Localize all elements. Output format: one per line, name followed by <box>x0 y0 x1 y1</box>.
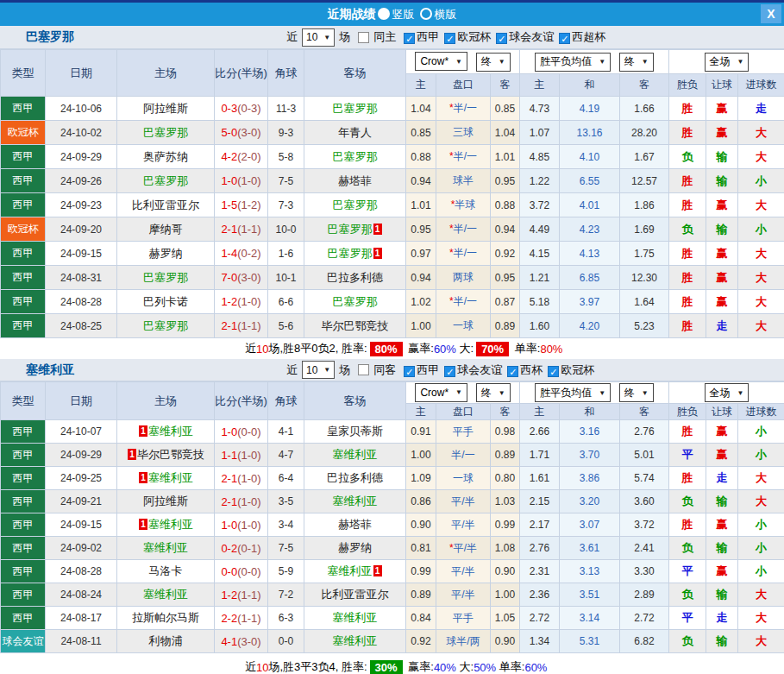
goals-outcome: 小 <box>738 513 784 537</box>
away-team: 塞维利亚 <box>304 630 406 653</box>
team-name-text: 皇家贝蒂斯 <box>327 425 383 438</box>
league-badge: 西甲 <box>1 467 46 490</box>
radio-横版[interactable] <box>420 8 432 20</box>
corners: 11-3 <box>268 97 304 121</box>
league-badge: 西甲 <box>1 560 46 583</box>
avg-home-odds: 4.73 <box>520 97 560 121</box>
league-badge: 西甲 <box>1 420 46 444</box>
handicap-outcome: 输 <box>706 490 738 513</box>
score: 4-2(2-0) <box>215 145 268 169</box>
crow-home-odds: 1.09 <box>406 467 436 490</box>
scope-select[interactable]: 全场▼ <box>705 53 750 72</box>
league-filter-checkbox[interactable]: ✓ <box>548 366 559 377</box>
result-outcome: 胜 <box>669 97 706 121</box>
rate-badge: 30% <box>370 660 403 674</box>
match-count-select[interactable]: 10▼ <box>302 28 335 47</box>
league-filter-label: 球会友谊 <box>509 30 554 43</box>
team-name-text: 塞维利亚 <box>333 494 378 507</box>
table-row: 西甲 24-09-21 阿拉维斯 2-1(1-0) 3-5 塞维利亚 0.86 … <box>1 490 784 513</box>
league-badge: 西甲 <box>1 583 46 607</box>
league-badge: 西甲 <box>1 169 46 193</box>
corners: 4-7 <box>268 444 304 467</box>
team-section-header: 塞维利亚 近 10▼ 场 同客 ✓西甲✓球会友谊✓西杯✓欧冠杯 <box>0 359 784 381</box>
avg-draw-odds: 4.19 <box>560 97 620 121</box>
summary-text: 50% <box>474 661 496 674</box>
chevron-down-icon: ▼ <box>455 388 462 396</box>
handicap-line: 平/半 <box>436 583 491 607</box>
sevilla-rows: 西甲 24-10-07 1塞维利亚 1-0(0-0) 4-1 皇家贝蒂斯 0.9… <box>1 420 784 653</box>
odds-time-select[interactable]: 终▼ <box>476 53 511 72</box>
crow-away-odds: 0.92 <box>491 242 520 266</box>
match-count-select[interactable]: 10▼ <box>302 361 335 379</box>
away-team: 赫罗纳 <box>304 537 406 560</box>
avg-odds-select[interactable]: 胜平负均值▼ <box>535 53 611 72</box>
crow-away-odds: 1.04 <box>491 121 520 145</box>
avg-draw-odds: 3.13 <box>560 560 620 583</box>
match-date: 24-09-02 <box>46 537 117 560</box>
scope-select[interactable]: 全场▼ <box>705 383 750 402</box>
match-date: 24-09-26 <box>46 169 117 193</box>
table-row: 西甲 24-08-24 塞维利亚 1-2(1-1) 7-2 比利亚雷亚尔 0.8… <box>1 583 784 607</box>
team-name: 巴塞罗那 <box>26 29 74 45</box>
crow-odds-select[interactable]: Crow*▼ <box>415 52 467 71</box>
near-label: 近 <box>286 29 298 45</box>
col-away: 客场 <box>304 382 406 420</box>
close-button[interactable]: X <box>761 4 781 23</box>
col-type: 类型 <box>1 50 46 97</box>
avg-time-select[interactable]: 终▼ <box>619 383 654 402</box>
avg-draw-odds: 3.14 <box>560 607 620 630</box>
corners: 7-3 <box>268 193 304 217</box>
league-filter-checkbox[interactable]: ✓ <box>496 33 507 44</box>
avg-away-odds: 5.23 <box>620 314 669 338</box>
same-venue-checkbox[interactable] <box>358 32 369 43</box>
table-row: 西甲 24-09-02 塞维利亚 0-2(0-1) 7-5 赫罗纳 0.81 *… <box>1 537 784 560</box>
away-team: 巴拉多利德 <box>304 266 406 290</box>
corners: 1-6 <box>268 242 304 266</box>
avg-away-odds: 1.69 <box>620 217 669 242</box>
radio-label[interactable]: 横版 <box>435 8 457 21</box>
same-venue-label: 同主 <box>373 29 396 45</box>
col-crow-home: 主 <box>406 404 436 420</box>
same-venue-checkbox[interactable] <box>358 364 369 375</box>
corners: 6-6 <box>268 290 304 314</box>
crow-away-odds: 0.90 <box>491 560 520 583</box>
summary-text: 60% <box>434 343 456 356</box>
summary-text: 赢率: <box>405 341 434 356</box>
team-name-text: 塞维利亚 <box>148 425 193 438</box>
league-filter-checkbox[interactable]: ✓ <box>444 33 455 44</box>
league-badge: 西甲 <box>1 314 46 338</box>
table-row: 西甲 24-08-31 巴塞罗那 7-0(3-0) 10-1 巴拉多利德 0.9… <box>1 266 784 290</box>
home-team: 巴列卡诺 <box>117 290 215 314</box>
league-filter-checkbox[interactable]: ✓ <box>404 33 415 44</box>
result-outcome: 平 <box>669 560 706 583</box>
games-label: 场 <box>339 29 350 45</box>
handicap-outcome: 输 <box>706 630 738 653</box>
crow-away-odds: 1.03 <box>491 490 520 513</box>
radio-label[interactable]: 竖版 <box>392 8 415 21</box>
filter-bar: 近 10▼ 场 同主 ✓西甲✓欧冠杯✓球会友谊✓西超杯 <box>286 28 605 47</box>
table-row: 西甲 24-09-23 比利亚雷亚尔 1-5(1-2) 7-3 巴塞罗那 1.0… <box>1 193 784 217</box>
odds-time-select[interactable]: 终▼ <box>476 383 511 402</box>
league-filter-checkbox[interactable]: ✓ <box>444 366 455 377</box>
crow-odds-select[interactable]: Crow*▼ <box>415 383 467 402</box>
match-date: 24-10-02 <box>46 121 117 145</box>
avg-time-select[interactable]: 终▼ <box>619 53 654 72</box>
crow-home-odds: 0.84 <box>406 607 436 630</box>
radio-竖版[interactable] <box>378 8 390 20</box>
match-date: 24-10-06 <box>46 97 117 121</box>
handicap-outcome: 走 <box>706 467 738 490</box>
summary-text: 10 <box>256 343 268 356</box>
red-card-badge: 1 <box>139 519 147 530</box>
league-filter-label: 欧冠杯 <box>561 363 594 376</box>
away-team: 塞维利亚 <box>304 607 406 630</box>
result-outcome: 胜 <box>669 121 706 145</box>
avg-odds-select[interactable]: 胜平负均值▼ <box>535 383 611 402</box>
league-filter-checkbox[interactable]: ✓ <box>404 366 415 377</box>
handicap-outcome: 输 <box>706 217 738 242</box>
handicap-line: 球半 <box>436 169 491 193</box>
league-filter-checkbox[interactable]: ✓ <box>507 366 518 377</box>
red-card-badge: 1 <box>373 248 382 259</box>
result-outcome: 平 <box>669 444 706 467</box>
league-filter-checkbox[interactable]: ✓ <box>559 33 570 44</box>
score: 1-0(1-0) <box>215 169 268 193</box>
